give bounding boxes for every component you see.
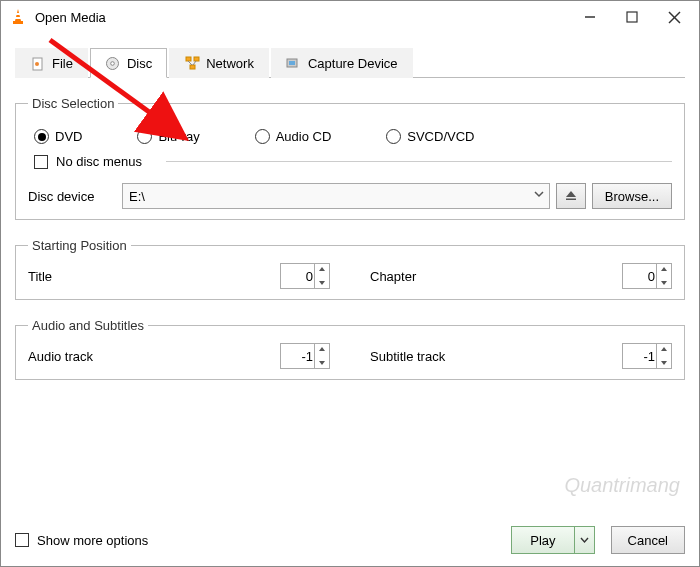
subtitle-track-spinner[interactable]: -1 (622, 343, 672, 369)
tab-network-label: Network (206, 56, 254, 71)
title-value: 0 (306, 269, 313, 284)
title-label: Title (28, 269, 280, 284)
tab-file[interactable]: File (15, 48, 88, 78)
subtitle-track-value: -1 (643, 349, 655, 364)
file-icon (30, 56, 46, 72)
tab-file-label: File (52, 56, 73, 71)
network-icon (184, 56, 200, 72)
chapter-label: Chapter (370, 269, 622, 284)
disc-device-select[interactable]: E:\ (122, 183, 550, 209)
maximize-button[interactable] (611, 3, 653, 31)
chapter-spinner[interactable]: 0 (622, 263, 672, 289)
tab-disc-label: Disc (127, 56, 152, 71)
spinner-arrows-icon (656, 344, 671, 368)
starting-position-group: Starting Position Title 0 Chapter 0 (15, 238, 685, 300)
tab-capture-label: Capture Device (308, 56, 398, 71)
svg-line-15 (193, 61, 196, 65)
capture-icon (286, 56, 302, 72)
radio-dvd-label: DVD (55, 129, 82, 144)
play-button[interactable]: Play (511, 526, 594, 554)
svg-rect-11 (186, 57, 191, 61)
chapter-value: 0 (648, 269, 655, 284)
chevron-down-icon (580, 533, 589, 548)
browse-label: Browse... (605, 189, 659, 204)
svg-rect-4 (627, 12, 637, 22)
starting-legend: Starting Position (28, 238, 131, 253)
title-spinner[interactable]: 0 (280, 263, 330, 289)
content-area: File Disc Network Capture Device Disc Se… (1, 33, 699, 518)
radio-circle-icon (386, 129, 401, 144)
footer: Show more options Play Cancel (1, 518, 699, 566)
svg-rect-17 (289, 61, 295, 65)
disc-device-label: Disc device (28, 189, 122, 204)
audio-subtitles-group: Audio and Subtitles Audio track -1 Subti… (15, 318, 685, 380)
radio-svcd-label: SVCD/VCD (407, 129, 474, 144)
svg-rect-13 (190, 65, 195, 69)
audio-track-label: Audio track (28, 349, 280, 364)
svg-line-14 (188, 61, 192, 65)
close-button[interactable] (653, 3, 695, 31)
radio-dvd[interactable]: DVD (34, 129, 82, 144)
svg-rect-1 (16, 13, 20, 15)
minimize-button[interactable] (569, 3, 611, 31)
spinner-arrows-icon (314, 344, 329, 368)
titlebar: Open Media (1, 1, 699, 33)
play-label: Play (530, 533, 555, 548)
disc-selection-group: Disc Selection DVD Blu-ray Audio CD SVCD… (15, 96, 685, 220)
cancel-label: Cancel (628, 533, 668, 548)
tabs: File Disc Network Capture Device (15, 47, 685, 78)
spinner-arrows-icon (656, 264, 671, 288)
svg-rect-2 (15, 17, 21, 19)
radio-row: DVD Blu-ray Audio CD SVCD/VCD (34, 129, 672, 144)
svg-rect-0 (13, 21, 23, 24)
play-dropdown-button[interactable] (575, 526, 595, 554)
window: Open Media File Disc Network Capture Dev… (0, 0, 700, 567)
chevron-down-icon (533, 188, 545, 203)
audiosub-legend: Audio and Subtitles (28, 318, 148, 333)
radio-circle-icon (255, 129, 270, 144)
subtitle-track-label: Subtitle track (370, 349, 622, 364)
radio-bluray-label: Blu-ray (158, 129, 199, 144)
radio-dot-icon (34, 129, 49, 144)
separator (166, 161, 672, 162)
spinner-arrows-icon (314, 264, 329, 288)
svg-point-10 (111, 61, 115, 65)
radio-bluray[interactable]: Blu-ray (137, 129, 199, 144)
disc-device-value: E:\ (129, 189, 145, 204)
radio-circle-icon (137, 129, 152, 144)
window-title: Open Media (35, 10, 569, 25)
show-more-label: Show more options (37, 533, 148, 548)
disc-icon (105, 55, 121, 71)
radio-svcd[interactable]: SVCD/VCD (386, 129, 474, 144)
radio-audiocd[interactable]: Audio CD (255, 129, 332, 144)
no-menus-label: No disc menus (56, 154, 142, 169)
checkbox-show-more[interactable] (15, 533, 29, 547)
checkbox-no-menus[interactable] (34, 155, 48, 169)
no-disc-menus-row: No disc menus (34, 154, 672, 169)
svg-point-8 (35, 62, 39, 66)
cancel-button[interactable]: Cancel (611, 526, 685, 554)
tab-capture[interactable]: Capture Device (271, 48, 413, 78)
disc-selection-legend: Disc Selection (28, 96, 118, 111)
svg-rect-18 (566, 198, 576, 200)
radio-audiocd-label: Audio CD (276, 129, 332, 144)
audio-track-value: -1 (301, 349, 313, 364)
tab-disc[interactable]: Disc (90, 48, 167, 78)
disc-device-row: Disc device E:\ Browse... (28, 183, 672, 209)
vlc-icon (9, 8, 27, 26)
browse-button[interactable]: Browse... (592, 183, 672, 209)
svg-rect-12 (194, 57, 199, 61)
eject-button[interactable] (556, 183, 586, 209)
eject-icon (565, 189, 577, 204)
audio-track-spinner[interactable]: -1 (280, 343, 330, 369)
tab-network[interactable]: Network (169, 48, 269, 78)
